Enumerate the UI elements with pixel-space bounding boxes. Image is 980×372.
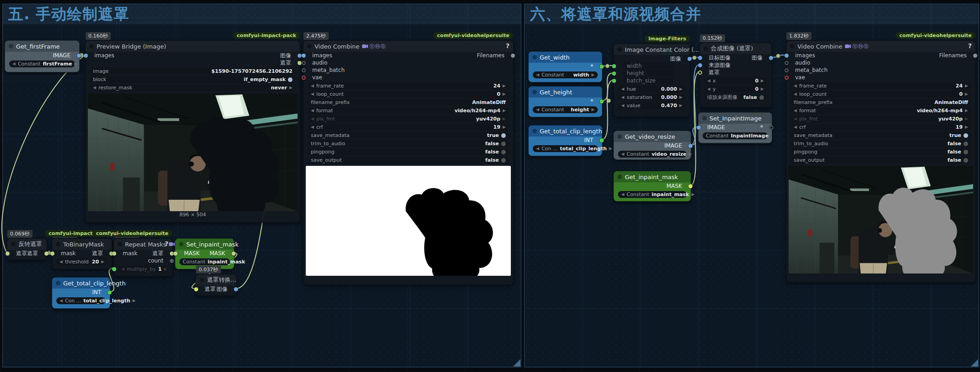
input-port-dot[interactable] (5, 252, 10, 256)
toggle-dot[interactable] (501, 150, 506, 154)
toggle-dot[interactable] (288, 77, 292, 82)
widget-x[interactable]: ◀x0▶ (704, 77, 767, 84)
output-port-dot[interactable] (77, 54, 81, 58)
input-port-dot[interactable] (302, 54, 306, 58)
output-port-dot[interactable] (688, 57, 692, 61)
node-header[interactable]: Set_InpaintImage (698, 113, 772, 124)
widget-Constant[interactable]: ◀Constantvideo_resize▶ (618, 151, 687, 158)
combo-left-arrow-icon[interactable]: ◀ (311, 109, 314, 113)
help-icon[interactable]: ? (165, 240, 168, 247)
widget-saturation[interactable]: ◀saturation0.000▶ (618, 94, 686, 101)
output-port-dot[interactable] (298, 54, 302, 58)
widget-pingpong[interactable]: pingpongfalse (308, 148, 509, 155)
input-port-dot[interactable] (785, 61, 789, 65)
combo-left-arrow-icon[interactable]: ◀ (60, 299, 63, 303)
combo-left-arrow-icon[interactable]: ◀ (621, 104, 624, 108)
combo-right-arrow-icon[interactable]: ▶ (289, 86, 292, 90)
node-vc_left[interactable]: 2.475秒comfyui-videohelpersuiteVideo Comb… (303, 40, 514, 285)
toggle-dot[interactable] (964, 158, 968, 163)
node-icc[interactable]: Image-FiltersImage Constant Color (...图像… (613, 44, 690, 117)
widget-crf[interactable]: ◀crf19▶ (308, 124, 509, 131)
combo-right-arrow-icon[interactable]: ▶ (965, 125, 968, 129)
combo-left-arrow-icon[interactable]: ◀ (60, 260, 63, 264)
input-port-dot[interactable] (112, 252, 116, 256)
widget-pingpong[interactable]: pingpongfalse (790, 148, 971, 155)
widget-format[interactable]: ◀formatvideo/h264-mp4▶ (308, 107, 509, 114)
node-get_firstframe[interactable]: Get_firstFrameIMAGE◀ConstantfirstFrame▶ (5, 40, 80, 72)
node-get_height[interactable]: Get_height*◀Constantheight▶ (528, 86, 602, 117)
combo-left-arrow-icon[interactable]: ◀ (536, 147, 539, 151)
widget-Constant[interactable]: Constantinpaint_mask (179, 258, 230, 265)
widget-multiply_by[interactable]: ◀multiply_by1▶ (118, 266, 168, 273)
widget-y[interactable]: ◀y0▶ (704, 86, 767, 93)
toggle-dot[interactable] (501, 142, 506, 146)
combo-left-arrow-icon[interactable]: ◀ (12, 62, 16, 66)
combo-left-arrow-icon[interactable]: ◀ (536, 73, 539, 77)
widget-Con_[interactable]: ◀Con ...total_clip_length▶ (56, 297, 106, 304)
combo-left-arrow-icon[interactable]: ◀ (121, 267, 125, 271)
combo-right-arrow-icon[interactable]: ▶ (761, 79, 764, 83)
group-header[interactable]: 六、将遮罩和源视频合并 (525, 4, 979, 24)
node-set_inpaint_mask[interactable]: Set_inpaint_maskMASKMASKConstantinpaint_… (175, 238, 234, 269)
node-preview_bridge[interactable]: 0.160秒comfyui-impact-packPreview Bridge … (85, 40, 300, 223)
node-repeat_masks[interactable]: 0.034秒comfyui-videohelpersuiteRepeat Mas… (114, 238, 173, 277)
widget-threshold[interactable]: ◀threshold20▶ (56, 258, 108, 265)
input-port-dot[interactable] (173, 252, 178, 256)
node-get_width[interactable]: Get_width*◀Constantwidth▶ (528, 51, 602, 82)
combo-right-arrow-icon[interactable]: ▶ (503, 109, 506, 113)
combo-right-arrow-icon[interactable]: ▶ (965, 109, 968, 113)
widget-filename_prefix[interactable]: filename_prefixAnimateDiff (308, 99, 509, 106)
combo-left-arrow-icon[interactable]: ◀ (311, 117, 314, 121)
combo-right-arrow-icon[interactable]: ▶ (679, 104, 682, 108)
input-port-dot[interactable] (612, 71, 616, 76)
toggle-dot[interactable] (759, 95, 764, 100)
combo-right-arrow-icon[interactable]: ▶ (965, 117, 968, 121)
widget-save_metadata[interactable]: save_metadatatrue (790, 132, 971, 139)
combo-right-arrow-icon[interactable]: ▶ (503, 117, 506, 121)
combo-left-arrow-icon[interactable]: ◀ (794, 84, 797, 88)
node-header[interactable]: Get_inpaint_mask (614, 171, 691, 182)
node-header[interactable]: Get_firstFrame (5, 41, 79, 52)
combo-right-arrow-icon[interactable]: ▶ (965, 92, 968, 96)
combo-right-arrow-icon[interactable]: ▶ (591, 73, 595, 77)
node-header[interactable]: Video CombineⓋⒽⓈ (303, 41, 513, 52)
combo-right-arrow-icon[interactable]: ▶ (591, 108, 595, 112)
output-port-dot[interactable] (769, 56, 773, 60)
node-graph-canvas[interactable]: 五. 手动绘制遮罩 六、将遮罩和源视频合并 Get_firstFrameIMAG… (0, 0, 980, 372)
widget-loop_count[interactable]: ◀loop_count0▶ (308, 91, 509, 98)
combo-right-arrow-icon[interactable]: ▶ (133, 299, 136, 303)
help-icon[interactable]: ? (506, 42, 509, 49)
input-port-dot[interactable] (84, 54, 88, 58)
combo-left-arrow-icon[interactable]: ◀ (311, 125, 314, 129)
widget-pix_fmt[interactable]: ◀pix_fmtyuv420p▶ (308, 115, 509, 122)
combo-right-arrow-icon[interactable]: ▶ (164, 267, 167, 271)
input-port-dot[interactable] (612, 64, 616, 68)
node-header[interactable]: 合成图像 (遮罩) (700, 43, 771, 54)
group-header[interactable]: 五. 手动绘制遮罩 (3, 4, 521, 24)
toggle-dot[interactable] (501, 133, 506, 138)
node-header[interactable]: Set_inpaint_mask (175, 239, 234, 250)
widget-缩放来源图像[interactable]: 缩放来源图像false (704, 94, 767, 101)
node-gtcl_right[interactable]: Get_total_clip_lengthINT◀Con ...total_cl… (528, 125, 602, 156)
output-port-dot[interactable] (688, 144, 693, 148)
widget-pix_fmt[interactable]: ◀pix_fmtyuv420p▶ (790, 115, 971, 122)
input-port-dot[interactable] (612, 79, 616, 83)
output-port-dot[interactable] (600, 138, 604, 142)
combo-right-arrow-icon[interactable]: ▶ (761, 87, 764, 91)
combo-left-arrow-icon[interactable]: ◀ (621, 192, 624, 197)
widget-restore_mask[interactable]: ◀restore_masknever▶ (90, 84, 296, 91)
node-header[interactable]: Repeat MasksⓋⒽⓈ (114, 239, 172, 250)
node-header[interactable]: Get_total_clip_length (52, 278, 110, 289)
widget-format[interactable]: ◀formatvideo/h264-mp4▶ (790, 107, 971, 114)
node-mask_convert[interactable]: 0.037秒遮罩转换...遮罩图像 (195, 274, 237, 296)
combo-right-arrow-icon[interactable]: ▶ (689, 152, 692, 156)
node-to_binary_mask[interactable]: 0.066秒comfyui-impact-packToBinaryMaskmas… (52, 238, 112, 269)
combo-right-arrow-icon[interactable]: ▶ (679, 87, 682, 91)
node-header[interactable]: Preview Bridge (Image) (86, 41, 300, 52)
output-port-dot[interactable] (600, 99, 604, 104)
node-get_inpaint_mask[interactable]: Get_inpaint_maskMASK◀Constantinpaint_mas… (613, 171, 691, 202)
node-set_inpaint_image[interactable]: Set_InpaintImageIMAGE*ConstantInpaintIma… (698, 112, 772, 143)
output-port-dot[interactable] (44, 252, 49, 256)
toggle-dot[interactable] (964, 150, 968, 154)
output-port-dot[interactable] (688, 184, 693, 188)
